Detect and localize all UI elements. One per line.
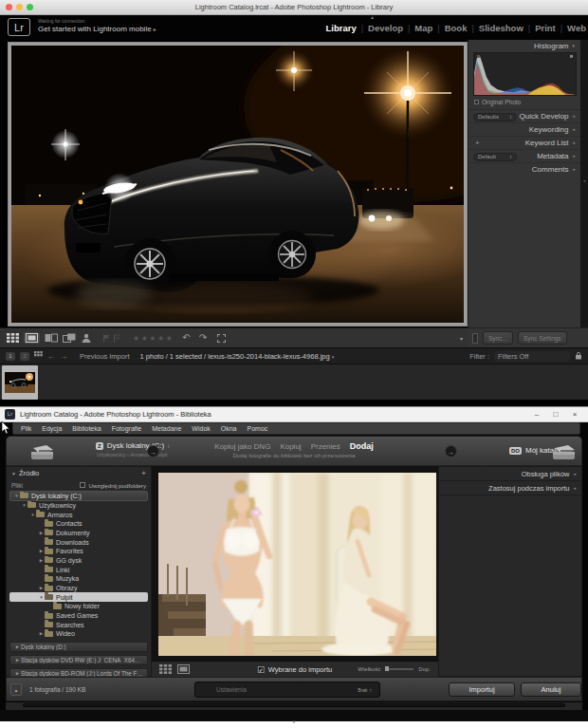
tree-item-favorites[interactable]: ▶Favorites xyxy=(9,547,148,556)
disclosure-icon[interactable]: ▼ xyxy=(38,595,45,600)
menu-metadane[interactable]: Metadane xyxy=(152,425,181,432)
disclosure-icon[interactable]: ▶ xyxy=(38,586,45,590)
people-view-button[interactable] xyxy=(81,333,92,343)
checkbox[interactable] xyxy=(474,100,479,104)
method-kopiuj-jako-dng[interactable]: Kopiuj jako DNG xyxy=(214,442,270,451)
tree-item-downloads[interactable]: Downloads xyxy=(9,537,148,547)
rotate-left-button[interactable]: ↶ xyxy=(182,333,190,343)
grid-overlay-icon[interactable] xyxy=(217,334,226,343)
survey-view-button[interactable] xyxy=(63,333,76,343)
toolbar-options-icon[interactable]: ▾ xyxy=(460,335,463,342)
source-panel-header[interactable]: ▼ Źródło + xyxy=(7,467,151,479)
module-develop[interactable]: Develop xyxy=(357,23,403,33)
menu-plik[interactable]: Plik xyxy=(21,425,31,432)
loupe-view-button[interactable] xyxy=(177,661,190,678)
tree-item-obrazy[interactable]: ▶Obrazy xyxy=(9,584,148,593)
histogram[interactable] xyxy=(473,52,577,96)
panel-keywording[interactable]: Keywording◄ xyxy=(469,122,580,136)
menu-okna[interactable]: Okna xyxy=(221,425,237,432)
include-subfolders[interactable]: Uwzględnij podfoldery xyxy=(80,482,146,489)
grid-view-button[interactable] xyxy=(7,333,19,343)
menu-widok[interactable]: Widok xyxy=(192,425,210,432)
menu-edycja[interactable]: Edycja xyxy=(42,425,62,432)
preset-pill[interactable]: Defaults↕ xyxy=(473,113,517,121)
cancel-button[interactable]: Anuluj xyxy=(521,682,581,697)
close-button[interactable]: × xyxy=(565,410,584,419)
rotate-right-button[interactable]: ↷ xyxy=(199,333,207,343)
filter-dropdown[interactable]: Filters Off xyxy=(494,351,570,362)
module-map[interactable]: Map xyxy=(403,23,432,33)
second-window-button[interactable]: 2 xyxy=(20,352,29,361)
sync-toggle[interactable] xyxy=(472,333,478,344)
filmstrip-source[interactable]: Previous Import xyxy=(80,352,130,361)
disclosure-icon[interactable]: ▶ xyxy=(14,644,21,649)
lightroom-mobile-cta[interactable]: Get started with Lightroom mobile ▸ xyxy=(38,25,156,33)
method-dodaj[interactable]: Dodaj xyxy=(350,441,374,451)
module-book[interactable]: Book xyxy=(432,23,467,33)
tree-item-muzyka[interactable]: Muzyka xyxy=(9,574,148,584)
minimize-button[interactable] xyxy=(16,4,23,10)
tree-item-gg-dysk[interactable]: ▶GG dysk xyxy=(9,556,148,566)
module-web[interactable]: Web xyxy=(556,23,586,33)
disclosure-icon[interactable]: ▼ xyxy=(21,503,28,508)
disclosure-icon[interactable]: ▶ xyxy=(38,549,45,553)
tree-item-pulpit[interactable]: ▼Pulpit xyxy=(9,592,148,602)
preset-pill[interactable]: Default↕ xyxy=(473,153,517,161)
panel-comments[interactable]: Comments◄ xyxy=(469,162,580,176)
section-obs-uga-plik-w[interactable]: Obsługa plików◄ xyxy=(439,467,581,481)
tree-item-linki[interactable]: Linki xyxy=(9,565,148,574)
show-panel-button[interactable]: ▴ xyxy=(10,683,22,696)
tree-item-wideo[interactable]: ▶Wideo xyxy=(9,629,148,639)
panel-keyword-list[interactable]: +Keyword List◄ xyxy=(469,136,580,149)
histogram-header[interactable]: Histogram ▼ xyxy=(469,40,580,52)
zoom-button[interactable] xyxy=(27,4,33,10)
checkbox[interactable]: ✓ xyxy=(258,666,265,673)
sync-button[interactable]: Sync... xyxy=(483,331,513,345)
add-source-button[interactable]: + xyxy=(141,469,146,477)
tree-item-saved-games[interactable]: Saved Games xyxy=(9,611,148,621)
menu-biblioteka[interactable]: Biblioteka xyxy=(72,425,101,432)
tree-item-dokumenty[interactable]: ▶Dokumenty xyxy=(9,529,148,538)
add-keyword-button[interactable]: + xyxy=(475,139,480,147)
module-slideshow[interactable]: Slideshow xyxy=(467,23,523,33)
flag-reject-icon[interactable] xyxy=(113,329,120,346)
maximize-button[interactable]: □ xyxy=(546,410,565,419)
tree-item-armaros[interactable]: ▼Armaros xyxy=(9,510,148,519)
grid-view-icon[interactable] xyxy=(34,351,43,361)
tree-item-searches[interactable]: Searches xyxy=(9,620,148,629)
star-rating[interactable]: ★★★★★ xyxy=(133,334,174,343)
preset-dropdown[interactable]: Brak ↕ xyxy=(358,686,372,693)
disclosure-icon[interactable]: ▶ xyxy=(38,531,45,535)
import-preset-bar[interactable]: Ustawienia Brak ↕ xyxy=(194,681,380,698)
panel-quick-develop[interactable]: Defaults↕Quick Develop◄ xyxy=(469,109,580,122)
loupe-view-button[interactable] xyxy=(24,332,40,344)
lock-icon[interactable] xyxy=(575,351,582,362)
back-icon[interactable]: ← xyxy=(47,352,55,361)
photo-import-preview[interactable] xyxy=(158,473,436,656)
forward-icon[interactable]: → xyxy=(60,352,67,361)
filmstrip-status[interactable]: 1 photo / 1 selected / lexus-is250-2014-… xyxy=(140,352,335,361)
checkbox[interactable] xyxy=(80,482,85,488)
selected-for-import[interactable]: ✓ Wybrane do importu xyxy=(258,665,332,674)
import-button[interactable]: Importuj xyxy=(449,682,515,697)
sync-settings-button[interactable]: Sync Settings xyxy=(518,331,567,345)
main-window-button[interactable]: 1 xyxy=(6,352,15,361)
drive-dysk-lokalny-d[interactable]: ▶Dysk lokalny (D:) xyxy=(9,642,148,652)
close-button[interactable] xyxy=(6,4,12,10)
section-zastosuj-podczas-importu[interactable]: Zastosuj podczas importu◄ xyxy=(439,481,581,495)
filmstrip-thumbnail[interactable] xyxy=(2,365,38,400)
minimize-button[interactable]: – xyxy=(527,410,546,419)
tree-item-u-ytkownicy[interactable]: ▼Użytkownicy xyxy=(9,501,148,511)
disclosure-icon[interactable]: ▶ xyxy=(14,671,21,676)
method-kopiuj[interactable]: Kopiuj xyxy=(280,442,301,451)
panel-metadata[interactable]: Default↕Metadata◄ xyxy=(469,149,580,162)
tree-item-nowy-folder[interactable]: Nowy folder xyxy=(9,602,148,611)
disclosure-icon[interactable]: ▶ xyxy=(38,631,45,636)
grid-view-button[interactable] xyxy=(159,661,172,678)
fit-label[interactable]: Dop. xyxy=(418,666,431,672)
module-library[interactable]: Library xyxy=(325,23,356,33)
right-panel-collapse-strip[interactable]: ◂ xyxy=(580,40,588,327)
module-print[interactable]: Print xyxy=(524,23,556,33)
original-photo-row[interactable]: Original Photo xyxy=(469,96,580,107)
disclosure-icon[interactable]: ▶ xyxy=(14,658,21,663)
